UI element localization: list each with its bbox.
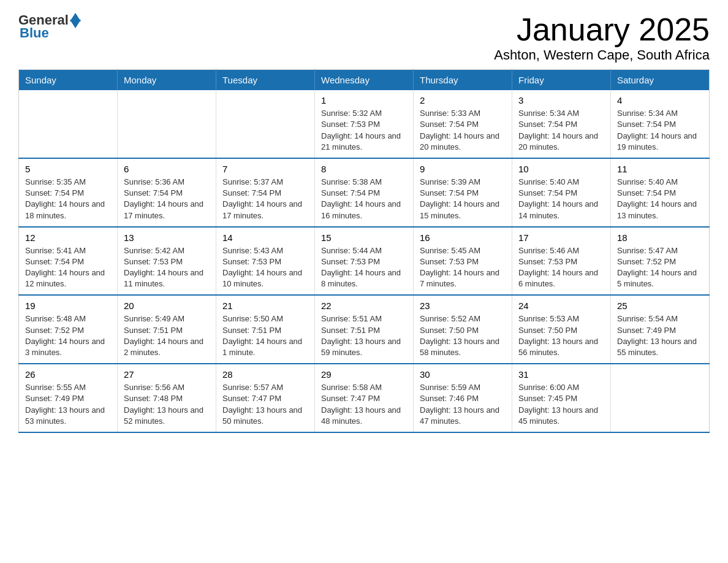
day-number: 4 bbox=[617, 95, 703, 105]
calendar-cell: 7 Sunrise: 5:37 AMSunset: 7:54 PMDayligh… bbox=[216, 158, 315, 227]
day-number: 22 bbox=[321, 301, 407, 311]
day-info: Sunrise: 5:38 AMSunset: 7:54 PMDaylight:… bbox=[321, 177, 407, 221]
calendar-cell: 25 Sunrise: 5:54 AMSunset: 7:49 PMDaylig… bbox=[611, 295, 710, 364]
day-number: 24 bbox=[518, 301, 604, 311]
day-number: 13 bbox=[124, 232, 210, 243]
day-number: 21 bbox=[222, 301, 308, 311]
day-number: 12 bbox=[25, 232, 111, 243]
day-info: Sunrise: 5:34 AMSunset: 7:54 PMDaylight:… bbox=[617, 108, 703, 153]
calendar-cell: 27 Sunrise: 5:56 AMSunset: 7:48 PMDaylig… bbox=[118, 364, 216, 432]
day-info: Sunrise: 5:56 AMSunset: 7:48 PMDaylight:… bbox=[124, 382, 210, 427]
calendar-cell bbox=[118, 90, 216, 158]
day-info: Sunrise: 5:45 AMSunset: 7:53 PMDaylight:… bbox=[420, 245, 506, 290]
day-info: Sunrise: 5:35 AMSunset: 7:54 PMDaylight:… bbox=[25, 177, 111, 221]
logo-blue-text: Blue bbox=[18, 25, 49, 41]
day-number: 20 bbox=[124, 301, 210, 311]
calendar-cell: 19 Sunrise: 5:48 AMSunset: 7:52 PMDaylig… bbox=[19, 295, 118, 364]
day-info: Sunrise: 5:48 AMSunset: 7:52 PMDaylight:… bbox=[25, 313, 111, 358]
day-info: Sunrise: 5:40 AMSunset: 7:54 PMDaylight:… bbox=[518, 177, 604, 221]
calendar-cell: 13 Sunrise: 5:42 AMSunset: 7:53 PMDaylig… bbox=[118, 227, 216, 296]
calendar-week-row: 12 Sunrise: 5:41 AMSunset: 7:54 PMDaylig… bbox=[19, 227, 710, 296]
day-info: Sunrise: 5:58 AMSunset: 7:47 PMDaylight:… bbox=[321, 382, 407, 427]
weekday-header: Friday bbox=[512, 70, 611, 91]
day-info: Sunrise: 5:42 AMSunset: 7:53 PMDaylight:… bbox=[124, 245, 210, 290]
calendar-cell: 3 Sunrise: 5:34 AMSunset: 7:54 PMDayligh… bbox=[512, 90, 611, 158]
calendar-cell: 8 Sunrise: 5:38 AMSunset: 7:54 PMDayligh… bbox=[315, 158, 414, 227]
day-number: 30 bbox=[420, 369, 506, 380]
calendar-week-row: 26 Sunrise: 5:55 AMSunset: 7:49 PMDaylig… bbox=[19, 364, 710, 432]
day-number: 25 bbox=[617, 301, 703, 311]
calendar-cell: 24 Sunrise: 5:53 AMSunset: 7:50 PMDaylig… bbox=[512, 295, 611, 364]
day-number: 28 bbox=[222, 369, 308, 380]
page-subtitle: Ashton, Western Cape, South Africa bbox=[494, 47, 710, 63]
day-number: 15 bbox=[321, 232, 407, 243]
day-number: 29 bbox=[321, 369, 407, 380]
calendar-cell bbox=[19, 90, 118, 158]
calendar-week-row: 1 Sunrise: 5:32 AMSunset: 7:53 PMDayligh… bbox=[19, 90, 710, 158]
day-info: Sunrise: 5:51 AMSunset: 7:51 PMDaylight:… bbox=[321, 313, 407, 358]
day-info: Sunrise: 5:40 AMSunset: 7:54 PMDaylight:… bbox=[617, 177, 703, 221]
calendar-cell: 9 Sunrise: 5:39 AMSunset: 7:54 PMDayligh… bbox=[414, 158, 512, 227]
day-info: Sunrise: 5:59 AMSunset: 7:46 PMDaylight:… bbox=[420, 382, 506, 427]
weekday-header: Wednesday bbox=[315, 70, 414, 91]
day-info: Sunrise: 5:39 AMSunset: 7:54 PMDaylight:… bbox=[420, 177, 506, 221]
day-number: 1 bbox=[321, 95, 407, 105]
calendar-cell: 23 Sunrise: 5:52 AMSunset: 7:50 PMDaylig… bbox=[414, 295, 512, 364]
calendar-cell: 20 Sunrise: 5:49 AMSunset: 7:51 PMDaylig… bbox=[118, 295, 216, 364]
weekday-header: Sunday bbox=[19, 70, 118, 91]
logo: General Blue bbox=[18, 12, 81, 41]
page-title: January 2025 bbox=[494, 12, 710, 47]
calendar-cell: 18 Sunrise: 5:47 AMSunset: 7:52 PMDaylig… bbox=[611, 227, 710, 296]
day-info: Sunrise: 5:33 AMSunset: 7:54 PMDaylight:… bbox=[420, 108, 506, 153]
calendar-cell: 4 Sunrise: 5:34 AMSunset: 7:54 PMDayligh… bbox=[611, 90, 710, 158]
calendar-cell: 29 Sunrise: 5:58 AMSunset: 7:47 PMDaylig… bbox=[315, 364, 414, 432]
day-info: Sunrise: 5:47 AMSunset: 7:52 PMDaylight:… bbox=[617, 245, 703, 290]
day-info: Sunrise: 5:57 AMSunset: 7:47 PMDaylight:… bbox=[222, 382, 308, 427]
day-info: Sunrise: 5:41 AMSunset: 7:54 PMDaylight:… bbox=[25, 245, 111, 290]
title-block: January 2025 Ashton, Western Cape, South… bbox=[494, 12, 710, 63]
calendar-cell: 17 Sunrise: 5:46 AMSunset: 7:53 PMDaylig… bbox=[512, 227, 611, 296]
calendar-cell: 12 Sunrise: 5:41 AMSunset: 7:54 PMDaylig… bbox=[19, 227, 118, 296]
calendar-cell: 31 Sunrise: 6:00 AMSunset: 7:45 PMDaylig… bbox=[512, 364, 611, 432]
day-info: Sunrise: 5:44 AMSunset: 7:53 PMDaylight:… bbox=[321, 245, 407, 290]
day-info: Sunrise: 5:37 AMSunset: 7:54 PMDaylight:… bbox=[222, 177, 308, 221]
calendar-cell: 16 Sunrise: 5:45 AMSunset: 7:53 PMDaylig… bbox=[414, 227, 512, 296]
day-number: 11 bbox=[617, 164, 703, 174]
day-info: Sunrise: 5:55 AMSunset: 7:49 PMDaylight:… bbox=[25, 382, 111, 427]
day-number: 26 bbox=[25, 369, 111, 380]
calendar-cell: 5 Sunrise: 5:35 AMSunset: 7:54 PMDayligh… bbox=[19, 158, 118, 227]
day-info: Sunrise: 5:50 AMSunset: 7:51 PMDaylight:… bbox=[222, 313, 308, 358]
day-number: 5 bbox=[25, 164, 111, 174]
page-header: General Blue January 2025 Ashton, Wester… bbox=[18, 12, 710, 63]
calendar-cell bbox=[611, 364, 710, 432]
day-number: 18 bbox=[617, 232, 703, 243]
day-number: 19 bbox=[25, 301, 111, 311]
weekday-header: Saturday bbox=[611, 70, 710, 91]
day-number: 16 bbox=[420, 232, 506, 243]
day-number: 23 bbox=[420, 301, 506, 311]
day-number: 7 bbox=[222, 164, 308, 174]
day-info: Sunrise: 5:36 AMSunset: 7:54 PMDaylight:… bbox=[124, 177, 210, 221]
day-info: Sunrise: 5:32 AMSunset: 7:53 PMDaylight:… bbox=[321, 108, 407, 153]
day-info: Sunrise: 5:54 AMSunset: 7:49 PMDaylight:… bbox=[617, 313, 703, 358]
day-info: Sunrise: 5:43 AMSunset: 7:53 PMDaylight:… bbox=[222, 245, 308, 290]
day-info: Sunrise: 5:34 AMSunset: 7:54 PMDaylight:… bbox=[518, 108, 604, 153]
day-number: 3 bbox=[518, 95, 604, 105]
calendar-cell: 14 Sunrise: 5:43 AMSunset: 7:53 PMDaylig… bbox=[216, 227, 315, 296]
calendar-cell: 6 Sunrise: 5:36 AMSunset: 7:54 PMDayligh… bbox=[118, 158, 216, 227]
day-info: Sunrise: 5:49 AMSunset: 7:51 PMDaylight:… bbox=[124, 313, 210, 358]
weekday-header: Monday bbox=[118, 70, 216, 91]
calendar-cell: 2 Sunrise: 5:33 AMSunset: 7:54 PMDayligh… bbox=[414, 90, 512, 158]
day-info: Sunrise: 5:46 AMSunset: 7:53 PMDaylight:… bbox=[518, 245, 604, 290]
calendar-cell: 21 Sunrise: 5:50 AMSunset: 7:51 PMDaylig… bbox=[216, 295, 315, 364]
day-number: 17 bbox=[518, 232, 604, 243]
calendar-cell: 26 Sunrise: 5:55 AMSunset: 7:49 PMDaylig… bbox=[19, 364, 118, 432]
day-number: 27 bbox=[124, 369, 210, 380]
calendar-cell: 30 Sunrise: 5:59 AMSunset: 7:46 PMDaylig… bbox=[414, 364, 512, 432]
day-number: 6 bbox=[124, 164, 210, 174]
calendar-week-row: 19 Sunrise: 5:48 AMSunset: 7:52 PMDaylig… bbox=[19, 295, 710, 364]
calendar-cell: 1 Sunrise: 5:32 AMSunset: 7:53 PMDayligh… bbox=[315, 90, 414, 158]
calendar-header-row: SundayMondayTuesdayWednesdayThursdayFrid… bbox=[19, 70, 710, 91]
day-number: 10 bbox=[518, 164, 604, 174]
day-number: 8 bbox=[321, 164, 407, 174]
